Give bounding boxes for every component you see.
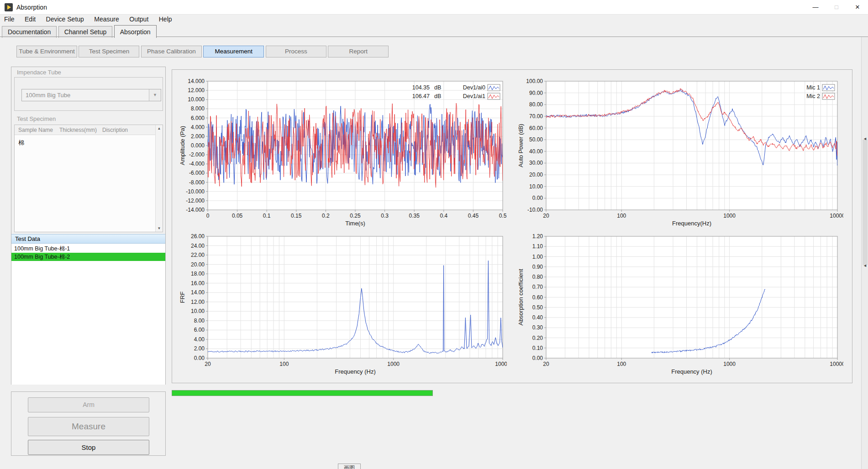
svg-text:0.000: 0.000 xyxy=(191,142,205,149)
svg-text:20: 20 xyxy=(543,361,549,367)
svg-text:0.80: 0.80 xyxy=(532,274,543,280)
svg-text:-10.000: -10.000 xyxy=(186,188,205,195)
menu-device-setup[interactable]: Device Setup xyxy=(42,15,88,24)
svg-text:0.00: 0.00 xyxy=(532,355,543,361)
list-item[interactable]: 100mm Big Tube-棉-1 xyxy=(11,245,165,253)
svg-text:Frequency(Hz): Frequency(Hz) xyxy=(672,220,711,227)
svg-text:0.50: 0.50 xyxy=(532,304,543,311)
test-specimen-label: Test Specimen xyxy=(17,115,56,122)
svg-text:1.10: 1.10 xyxy=(532,243,543,250)
svg-text:16.00: 16.00 xyxy=(191,280,205,287)
svg-text:Amplitude (Pa): Amplitude (Pa) xyxy=(179,126,186,165)
control-button-panel: Arm Measure Stop xyxy=(11,391,166,456)
svg-text:1.20: 1.20 xyxy=(532,233,543,240)
tab-test-specimen[interactable]: Test Specimen xyxy=(79,46,139,57)
svg-text:30.00: 30.00 xyxy=(529,160,543,166)
svg-text:-4.000: -4.000 xyxy=(189,161,205,167)
tab-phase-calibration[interactable]: Phase Calibration xyxy=(141,46,202,57)
svg-text:0.35: 0.35 xyxy=(409,213,420,219)
tab-measurement[interactable]: Measurement xyxy=(203,46,264,57)
progress-fill xyxy=(172,391,432,396)
svg-text:-12.000: -12.000 xyxy=(186,198,205,204)
maximize-button[interactable]: □ xyxy=(826,0,847,15)
svg-text:0.00: 0.00 xyxy=(194,355,205,361)
svg-text:Dev1/ai0: Dev1/ai0 xyxy=(463,84,485,91)
svg-text:-6.000: -6.000 xyxy=(189,170,205,176)
svg-text:20: 20 xyxy=(205,361,211,367)
svg-text:1.00: 1.00 xyxy=(532,254,543,260)
svg-text:Frequency (Hz): Frequency (Hz) xyxy=(335,368,376,375)
svg-text:26.00: 26.00 xyxy=(191,233,205,240)
svg-text:4.000: 4.000 xyxy=(191,124,205,130)
svg-text:0.1: 0.1 xyxy=(263,213,271,219)
tab-process[interactable]: Process xyxy=(266,46,326,57)
svg-text:1000: 1000 xyxy=(387,361,400,367)
close-button[interactable]: ✕ xyxy=(847,0,868,15)
auto-power-chart: 100.0090.0080.0070.0060.0050.0040.0030.0… xyxy=(516,78,843,229)
svg-text:14.00: 14.00 xyxy=(191,289,205,296)
svg-text:12.000: 12.000 xyxy=(188,87,205,94)
progress-bar xyxy=(172,390,433,396)
menu-output[interactable]: Output xyxy=(125,15,153,24)
svg-text:0.5: 0.5 xyxy=(499,213,507,219)
table-row[interactable]: 棉 xyxy=(18,139,24,147)
menu-measure[interactable]: Measure xyxy=(90,15,123,24)
scroll-down-icon[interactable]: ▼ xyxy=(156,226,163,230)
splitter-left-icon[interactable]: ◄ xyxy=(863,263,867,268)
svg-text:22.00: 22.00 xyxy=(191,252,205,258)
impedance-tube-selected-value: 100mm Big Tube xyxy=(22,89,149,101)
page-tab-bar: Documentation Channel Setup Absorption xyxy=(2,25,156,37)
minimize-button[interactable]: — xyxy=(805,0,826,15)
tab-absorption[interactable]: Absorption xyxy=(114,25,157,38)
svg-text:18.00: 18.00 xyxy=(191,271,205,277)
tab-report[interactable]: Report xyxy=(328,46,389,57)
svg-text:40.00: 40.00 xyxy=(529,148,543,155)
impedance-tube-label: Impendace Tube xyxy=(17,69,61,76)
svg-text:70.00: 70.00 xyxy=(529,113,543,120)
scrollbar-thumb[interactable] xyxy=(863,140,868,265)
svg-text:24.00: 24.00 xyxy=(191,243,205,249)
tab-tube-environment[interactable]: Tube & Environment xyxy=(16,46,77,57)
svg-text:Mic 1: Mic 1 xyxy=(806,84,820,91)
svg-text:10000: 10000 xyxy=(830,213,843,219)
measure-button[interactable]: Measure xyxy=(28,417,149,436)
svg-text:-2.000: -2.000 xyxy=(189,151,205,158)
test-specimen-table: Sample Name Thickness(mm) Discription 棉 … xyxy=(14,125,163,232)
menu-file[interactable]: File xyxy=(0,15,19,24)
svg-text:80.00: 80.00 xyxy=(529,101,543,108)
menu-help[interactable]: Help xyxy=(155,15,176,24)
svg-text:FRF: FRF xyxy=(179,292,186,303)
test-data-list: 100mm Big Tube-棉-1 100mm Big Tube-棉-2 xyxy=(11,244,165,385)
splitter-left-icon[interactable]: ◄ xyxy=(863,136,867,141)
svg-text:-10.00: -10.00 xyxy=(527,207,543,213)
app-icon xyxy=(5,3,13,11)
svg-text:10.00: 10.00 xyxy=(191,308,205,314)
test-data-header: Test Data xyxy=(11,234,165,244)
menu-edit[interactable]: Edit xyxy=(21,15,40,24)
svg-text:20: 20 xyxy=(543,213,549,219)
stop-button[interactable]: Stop xyxy=(28,440,149,455)
svg-text:dB: dB xyxy=(434,93,441,99)
svg-text:1000: 1000 xyxy=(723,361,736,367)
svg-text:100: 100 xyxy=(279,361,289,367)
svg-text:50.00: 50.00 xyxy=(529,136,543,143)
scroll-up-icon[interactable]: ▲ xyxy=(156,126,163,130)
table-scrollbar[interactable]: ▲ ▼ xyxy=(155,125,163,232)
svg-text:8.000: 8.000 xyxy=(191,105,205,112)
svg-text:1000: 1000 xyxy=(723,213,736,219)
svg-text:100.00: 100.00 xyxy=(526,78,543,84)
column-sample-name: Sample Name xyxy=(18,127,53,133)
footer-tab[interactable]: 画图 xyxy=(338,464,361,469)
svg-text:104.35: 104.35 xyxy=(412,84,430,91)
impedance-tube-dropdown[interactable]: 100mm Big Tube ▼ xyxy=(21,89,161,101)
svg-text:0.05: 0.05 xyxy=(232,213,243,219)
right-scroll-strip[interactable]: ◄ ◄ xyxy=(861,37,868,469)
svg-text:60.00: 60.00 xyxy=(529,125,543,131)
svg-text:90.00: 90.00 xyxy=(529,90,543,96)
arm-button[interactable]: Arm xyxy=(28,397,149,412)
chevron-down-icon[interactable]: ▼ xyxy=(149,89,161,101)
list-item-selected[interactable]: 100mm Big Tube-棉-2 xyxy=(11,253,165,261)
frf-chart: 26.0024.0022.0020.0018.0016.0014.0012.00… xyxy=(178,232,507,377)
svg-text:2.000: 2.000 xyxy=(191,133,205,140)
svg-text:0.10: 0.10 xyxy=(532,345,543,351)
